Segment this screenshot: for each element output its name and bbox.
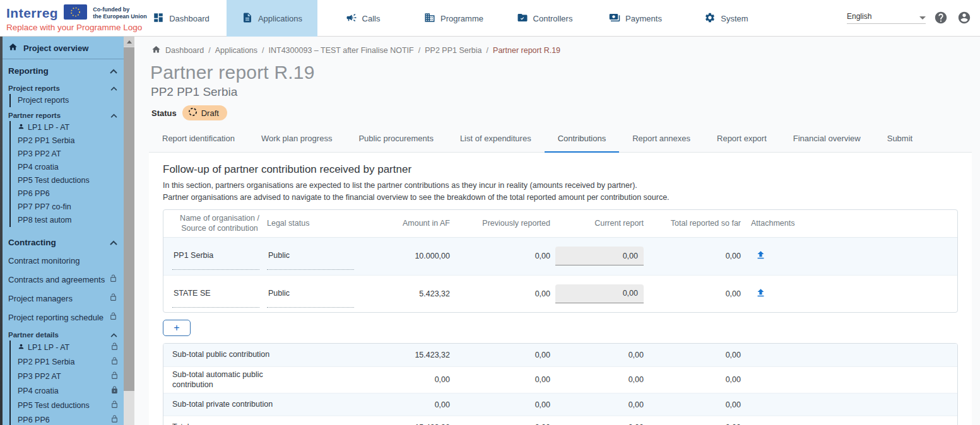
lead-partner-icon xyxy=(18,123,25,132)
sidebar-item-partner-detail-pp2[interactable]: PP2 PP1 Serbia xyxy=(11,355,124,370)
breadcrumb-partner[interactable]: PP2 PP1 Serbia xyxy=(425,46,481,55)
tab-report-annexes[interactable]: Report annexes xyxy=(619,129,704,152)
summary-amount-af: 15.423,32 xyxy=(357,351,450,359)
sidebar-item-project-overview[interactable]: Project overview xyxy=(3,37,124,59)
col-header-amount-af: Amount in AF xyxy=(357,219,450,228)
status-badge: Draft xyxy=(182,105,227,120)
draft-status-icon xyxy=(188,107,198,119)
main-content: Dashboard / Applications / INT4300093 – … xyxy=(134,37,980,425)
lead-partner-icon xyxy=(18,343,25,352)
lock-open-icon xyxy=(109,274,117,284)
sidebar-item-partner-report-pp3[interactable]: PP3 PP2 AT xyxy=(11,148,124,161)
sidebar-edge-strip xyxy=(0,37,3,425)
sidebar-group-partner-reports[interactable]: Partner reports xyxy=(3,107,124,121)
upload-icon xyxy=(755,288,766,298)
organisation-name-field: STATE SE xyxy=(172,289,259,308)
sidebar-item-partner-report-pp2[interactable]: PP2 PP1 Serbia xyxy=(11,134,124,148)
nav-controllers[interactable]: Controllers xyxy=(499,0,590,37)
chevron-down-icon xyxy=(919,16,926,20)
summary-row: Sub-total automatic public contribution … xyxy=(163,366,957,393)
lock-open-icon xyxy=(110,342,119,353)
breadcrumb-applications[interactable]: Applications xyxy=(215,46,257,55)
page-title: Partner report R.19 xyxy=(150,62,980,83)
lock-closed-icon xyxy=(110,386,119,397)
add-contribution-button[interactable]: + xyxy=(163,320,191,336)
breadcrumb-project[interactable]: INT4300093 – TEST after Finalise NOTIF xyxy=(269,46,414,55)
home-icon xyxy=(151,45,161,56)
sidebar-item-partner-report-lp1[interactable]: LP1 LP - AT xyxy=(11,121,124,134)
tab-report-identification[interactable]: Report identification xyxy=(149,129,248,152)
sidebar-item-contracts-agreements[interactable]: Contracts and agreements xyxy=(3,270,124,289)
table-header-row: Name of organisation /Source of contribu… xyxy=(163,210,957,238)
sidebar-group-partner-details[interactable]: Partner details xyxy=(3,327,124,341)
sidebar-item-partner-report-pp4[interactable]: PP4 croatia xyxy=(11,161,124,174)
sidebar-item-partner-detail-pp3[interactable]: PP3 PP2 AT xyxy=(11,370,124,384)
total-reported-value: 0,00 xyxy=(644,289,741,298)
sidebar-section-contracting[interactable]: Contracting xyxy=(3,231,124,252)
nav-system[interactable]: System xyxy=(681,0,772,37)
sidebar-item-partner-report-pp8[interactable]: PP8 test autom xyxy=(11,214,124,227)
upload-attachment-button[interactable] xyxy=(752,248,769,264)
nav-calls[interactable]: Calls xyxy=(317,0,408,37)
scrollbar-up-arrow[interactable] xyxy=(124,37,134,47)
nav-dashboard[interactable]: Dashboard xyxy=(136,0,227,37)
summary-row: Sub-total public contribution 15.423,32 … xyxy=(163,344,957,366)
col-header-total-reported: Total reported so far xyxy=(644,219,741,228)
calls-icon xyxy=(346,12,357,25)
sidebar-group-project-reports[interactable]: Project reports xyxy=(3,80,124,94)
tab-public-procurements[interactable]: Public procurements xyxy=(345,129,447,152)
top-header: Interreg Co-funded bythe European Union … xyxy=(0,0,980,37)
breadcrumb: Dashboard / Applications / INT4300093 – … xyxy=(134,37,980,56)
sidebar-item-partner-report-pp7[interactable]: PP7 PP7 co-fin xyxy=(11,201,124,214)
sidebar-item-contract-monitoring[interactable]: Contract monitoring xyxy=(3,252,124,270)
scrollbar-thumb[interactable] xyxy=(124,47,134,391)
current-report-input[interactable] xyxy=(555,284,644,303)
cofunded-label: Co-funded bythe European Union xyxy=(93,6,147,20)
sidebar-item-partner-detail-pp5[interactable]: PP5 Test deductions xyxy=(11,399,124,413)
language-select[interactable]: English xyxy=(847,12,926,24)
lock-open-icon xyxy=(110,400,119,411)
sidebar-item-project-managers[interactable]: Project managers xyxy=(3,289,124,308)
sidebar-item-project-reports[interactable]: Project reports xyxy=(11,94,124,107)
upload-attachment-button[interactable] xyxy=(752,286,769,302)
nav-programme[interactable]: Programme xyxy=(408,0,499,37)
sidebar-section-reporting[interactable]: Reporting xyxy=(3,59,124,80)
nav-payments[interactable]: Payments xyxy=(590,0,681,37)
col-header-attachments: Attachments xyxy=(741,219,948,228)
tab-financial-overview[interactable]: Financial overview xyxy=(780,129,874,152)
section-description: In this section, partners organisations … xyxy=(163,180,958,204)
summary-amount-af: 0,00 xyxy=(357,375,450,384)
organisation-name-field: PP1 Serbia xyxy=(172,251,259,270)
current-report-input[interactable] xyxy=(555,247,644,265)
summary-previously: 0,00 xyxy=(450,375,550,384)
tab-list-of-expenditures[interactable]: List of expenditures xyxy=(447,129,545,152)
sidebar-item-partner-detail-lp1[interactable]: LP1 LP - AT xyxy=(11,341,124,355)
tab-report-export[interactable]: Report export xyxy=(704,129,780,152)
tab-work-plan-progress[interactable]: Work plan progress xyxy=(248,129,345,152)
breadcrumb-dashboard[interactable]: Dashboard xyxy=(165,46,204,55)
sidebar-item-partner-report-pp5[interactable]: PP5 Test deductions xyxy=(11,174,124,187)
summary-row: Sub-total private contribution 0,00 0,00… xyxy=(163,393,957,416)
tab-submit[interactable]: Submit xyxy=(874,129,926,152)
help-button[interactable] xyxy=(934,11,949,26)
logo-placeholder-note: Replace with your Programme Logo xyxy=(6,23,142,32)
payments-icon xyxy=(609,12,620,25)
sidebar-item-partner-detail-pp6[interactable]: PP6 PP6 xyxy=(11,413,124,425)
nav-applications[interactable]: Applications xyxy=(227,0,317,37)
sidebar-item-partner-report-pp6[interactable]: PP6 PP6 xyxy=(11,187,124,201)
summary-current: 0,00 xyxy=(550,400,644,409)
lock-open-icon xyxy=(110,415,119,425)
chevron-up-icon xyxy=(110,238,117,247)
sidebar-item-project-reporting-schedule[interactable]: Project reporting schedule xyxy=(3,308,124,327)
col-header-legal-status: Legal status xyxy=(267,219,357,228)
dashboard-icon xyxy=(153,12,164,25)
home-icon xyxy=(8,42,18,54)
project-sidebar: Project overview Reporting Project repor… xyxy=(0,37,124,425)
tab-contributions[interactable]: Contributions xyxy=(545,129,620,153)
account-button[interactable] xyxy=(957,11,972,26)
section-heading: Follow-up of partner contribution receiv… xyxy=(163,163,958,176)
sidebar-item-partner-detail-pp4[interactable]: PP4 croatia xyxy=(11,384,124,399)
col-header-previously-reported: Previously reported xyxy=(450,219,550,228)
chevron-up-icon xyxy=(110,331,117,339)
eu-flag-icon xyxy=(64,4,87,22)
